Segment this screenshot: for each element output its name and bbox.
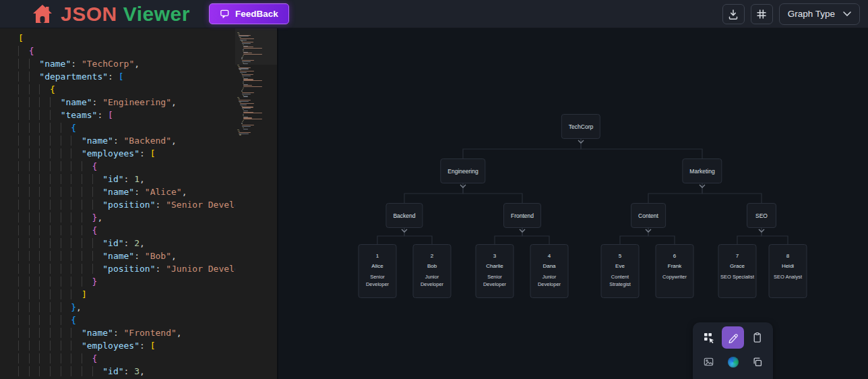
pen-tool-button[interactable] [722,326,744,349]
code-line: "id": 3, [18,365,235,378]
employee-id: 8 [786,254,789,259]
graph-type-select[interactable]: Graph Type [779,3,860,25]
title-json: JSON [61,3,117,25]
code-line: "name": "Frontend", [18,326,235,339]
employee-id: 4 [548,254,551,259]
node-label: Content [638,212,658,219]
code-area[interactable]: [ { "name": "TechCorp", "departments": [… [0,28,235,379]
code-line: { [18,352,235,365]
employee-name: Grace [730,264,745,269]
code-line: "name": "Engineering", [18,96,235,109]
graph-node-content[interactable]: Content [631,203,666,228]
node-label: Marketing [689,168,714,175]
employee-id: 7 [736,254,739,259]
employee-node[interactable]: 5 Eve Content Strategist [601,244,640,298]
code-line: { [18,45,235,57]
chevron-down-icon [843,11,851,16]
page-title: JSONViewer [61,4,190,24]
download-button[interactable] [722,4,745,24]
node-label: SEO [755,212,768,219]
app-header: JSONViewer FeedBack Graph Type [0,0,868,28]
chat-icon [220,9,230,19]
code-line: "teams": [ [18,109,235,121]
employee-name: Frank [668,264,681,269]
image-tool-button[interactable] [698,351,720,373]
code-line: { [18,83,235,96]
grid-icon [755,8,768,20]
json-editor-panel: [ { "name": "TechCorp", "departments": [… [0,28,278,379]
node-label: Engineering [447,168,478,175]
code-line: "position": "Junior Developer" [18,262,235,275]
cursor-grid-icon [703,332,715,344]
code-line: "name": "TechCorp", [18,57,235,70]
code-line: }, [18,301,235,314]
employee-node[interactable]: 1 Alice Senior Developer [359,244,397,298]
brand: JSONViewer FeedBack [8,3,289,26]
clipboard-tool-button[interactable] [746,326,768,349]
main-content: [ { "name": "TechCorp", "departments": [… [0,28,868,379]
employee-node[interactable]: 8 Heidi SEO Analyst [769,244,807,298]
employee-name: Dana [542,264,555,269]
color-circle-icon [728,357,739,368]
graph-node-techcorp[interactable]: TechCorp [561,114,600,139]
code-line: }, [18,211,235,224]
collapse-chevron-icon[interactable] [645,229,652,233]
code-line: "position": "Senior Developer" [18,198,235,211]
code-line: { [18,121,235,134]
color-tool-button[interactable] [722,351,744,373]
employee-id: 6 [673,254,676,259]
collapse-chevron-icon[interactable] [460,184,466,188]
code-line: ] [18,288,235,301]
minimap[interactable] [235,28,277,379]
copy-icon [751,356,763,368]
code-line: "name": "Bob", [18,250,235,262]
collapse-chevron-icon[interactable] [401,229,408,233]
employee-node[interactable]: 2 Bob Junior Developer [413,244,452,298]
employee-node[interactable]: 3 Charlie Senior Developer [476,244,514,298]
graph-edges [278,28,868,379]
cursor-tool-button[interactable] [698,326,720,349]
logo-house-icon [31,3,54,26]
employee-name: Eve [615,264,625,269]
feedback-button[interactable]: FeedBack [209,3,289,24]
collapse-chevron-icon[interactable] [758,229,765,233]
employee-id: 5 [619,254,621,259]
employee-node[interactable]: 7 Grace SEO Specialist [718,244,757,298]
node-label: Backend [393,212,415,219]
copy-tool-button[interactable] [746,351,768,373]
employee-name: Alice [371,264,383,269]
minimap-viewport[interactable] [235,28,277,65]
graph-canvas[interactable]: TechCorp Engineering Marketing Backend F… [278,28,868,379]
graph-node-engineering[interactable]: Engineering [440,158,485,183]
collapse-chevron-icon[interactable] [519,229,526,233]
graph-node-backend[interactable]: Backend [385,203,423,228]
collapse-chevron-icon[interactable] [578,140,584,144]
node-label: Frontend [511,212,534,219]
grid-layout-button[interactable] [751,4,773,24]
code-line: "name": "Backend", [18,134,235,147]
header-actions: Graph Type [722,3,860,25]
employee-position: Senior Developer [478,274,512,288]
code-line: "name": "Alice", [18,185,235,198]
employee-position: Content Strategist [603,274,638,288]
code-line: [ [18,32,235,45]
employee-node[interactable]: 6 Frank Copywriter [656,244,694,298]
employee-position: Junior Developer [415,274,450,288]
graph-node-marketing[interactable]: Marketing [682,158,722,183]
node-label: TechCorp [569,123,593,130]
graph-node-seo[interactable]: SEO [747,203,776,228]
employee-position: SEO Specialist [720,274,754,281]
employee-position: Senior Developer [361,274,395,288]
code-line: "id": 1, [18,173,235,185]
collapse-chevron-icon[interactable] [699,184,706,188]
employee-position: SEO Analyst [774,274,802,281]
code-line: "employees": [ [18,339,235,352]
download-icon [727,8,739,20]
employee-position: Junior Developer [532,274,567,288]
graph-node-frontend[interactable]: Frontend [503,203,541,228]
code-line: "departments": [ [18,70,235,83]
employee-id: 3 [493,254,496,259]
employee-node[interactable]: 4 Dana Junior Developer [530,244,569,298]
employee-id: 1 [376,254,379,259]
code-line: } [18,275,235,288]
